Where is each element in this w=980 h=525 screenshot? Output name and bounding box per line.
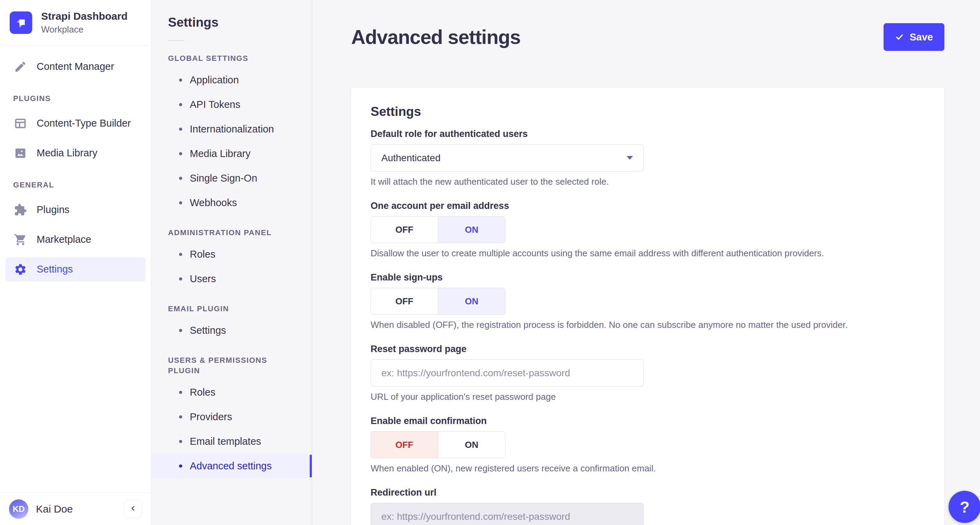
select-value: Authenticated — [381, 153, 441, 164]
subnav-item-email-settings[interactable]: Settings — [151, 318, 312, 343]
sidebar-item-plugins[interactable]: Plugins — [6, 198, 146, 222]
avatar[interactable]: KD — [9, 499, 29, 519]
subnav-item-label: Webhooks — [190, 197, 237, 209]
subnav-item-label: Email templates — [190, 436, 261, 447]
subnav-item-up-roles[interactable]: Roles — [151, 380, 312, 405]
sidebar-item-content-type-builder[interactable]: Content-Type Builder — [6, 112, 146, 136]
enable-email-confirmation-toggle: OFF ON — [371, 431, 505, 458]
collapse-sidebar-button[interactable] — [124, 500, 142, 518]
field-one-account-per-email: One account per email address OFF ON Dis… — [371, 201, 644, 259]
field-hint: Disallow the user to create multiple acc… — [371, 248, 644, 259]
field-enable-email-confirmation: Enable email confirmation OFF ON When en… — [371, 416, 644, 474]
main-content: Advanced settings Save Settings Default … — [312, 0, 980, 525]
card-title: Settings — [371, 104, 925, 119]
subnav-item-label: Providers — [190, 411, 232, 423]
brand-subtitle: Workplace — [41, 24, 127, 35]
content-manager-icon — [13, 59, 28, 74]
field-enable-sign-ups: Enable sign-ups OFF ON When disabled (OF… — [371, 272, 644, 330]
subnav-section-email-plugin: EMAIL PLUGIN — [151, 304, 312, 314]
subnav-section-global-settings: GLOBAL SETTINGS — [151, 53, 312, 64]
workspace-switcher[interactable]: Strapi Dashboard Workplace — [0, 0, 151, 46]
default-role-select[interactable]: Authenticated — [371, 144, 644, 172]
bullet-icon — [179, 464, 182, 468]
redirection-url-input — [371, 503, 644, 525]
main-navigation: Content Manager PLUGINS Content-Type Bui… — [0, 46, 151, 493]
subnav-item-admin-roles[interactable]: Roles — [151, 242, 312, 266]
page-header: Advanced settings Save — [312, 0, 980, 52]
question-mark-icon: ? — [959, 498, 969, 516]
sidebar-item-label: Plugins — [37, 204, 70, 215]
bullet-icon — [179, 415, 182, 418]
subnav-item-application[interactable]: Application — [151, 68, 312, 93]
toggle-on-option[interactable]: ON — [438, 288, 505, 314]
field-hint: URL of your application's reset password… — [371, 391, 644, 402]
page-title: Advanced settings — [351, 26, 520, 48]
bullet-icon — [179, 440, 182, 443]
subnav-section-administration-panel: ADMINISTRATION PANEL — [151, 228, 312, 238]
bullet-icon — [179, 253, 182, 256]
sidebar-item-label: Media Library — [37, 147, 97, 159]
field-hint: When disabled (OFF), the registration pr… — [371, 319, 644, 330]
subnav-item-internationalization[interactable]: Internationalization — [151, 117, 312, 142]
subnav-item-label: API Tokens — [190, 99, 240, 110]
bullet-icon — [179, 128, 182, 131]
settings-card: Settings Default role for authenticated … — [351, 88, 944, 525]
bullet-icon — [179, 329, 182, 332]
field-label: Default role for authenticated users — [371, 129, 644, 139]
field-label: Enable sign-ups — [371, 272, 644, 283]
field-reset-password-page: Reset password page URL of your applicat… — [371, 344, 644, 402]
sidebar-item-label: Content Manager — [37, 61, 114, 72]
settings-gear-icon — [13, 262, 28, 277]
toggle-on-option[interactable]: ON — [438, 217, 505, 243]
field-label: Enable email confirmation — [371, 416, 644, 426]
media-library-icon — [13, 146, 28, 161]
subnav-item-webhooks[interactable]: Webhooks — [151, 191, 312, 215]
plugins-icon — [13, 203, 28, 217]
subnav-item-up-email-templates[interactable]: Email templates — [151, 429, 312, 454]
sidebar-item-marketplace[interactable]: Marketplace — [6, 228, 146, 252]
chevron-left-icon — [129, 504, 137, 513]
sidebar-item-label: Settings — [37, 263, 73, 275]
bullet-icon — [179, 201, 182, 204]
field-label: Redirection url — [371, 487, 644, 498]
field-label: One account per email address — [371, 201, 644, 211]
reset-password-page-input[interactable] — [371, 359, 644, 387]
toggle-off-option[interactable]: OFF — [371, 217, 438, 243]
enable-sign-ups-toggle: OFF ON — [371, 288, 505, 315]
subnav-item-up-advanced-settings[interactable]: Advanced settings — [151, 454, 312, 478]
content-type-builder-icon — [13, 116, 28, 131]
subnav-section-users-permissions-plugin: USERS & PERMISSIONS PLUGIN — [151, 355, 312, 376]
user-block: KD Kai Doe — [0, 493, 151, 525]
check-icon — [895, 32, 904, 41]
brand-title: Strapi Dashboard — [41, 10, 127, 22]
sidebar-item-media-library[interactable]: Media Library — [6, 141, 146, 165]
sidebar-section-general: GENERAL — [6, 180, 146, 190]
subnav-item-api-tokens[interactable]: API Tokens — [151, 93, 312, 117]
bullet-icon — [179, 152, 182, 155]
field-hint: It will attach the new authenticated use… — [371, 176, 644, 187]
brand-text: Strapi Dashboard Workplace — [41, 10, 127, 35]
toggle-off-option[interactable]: OFF — [371, 432, 438, 458]
sidebar-item-settings[interactable]: Settings — [6, 257, 146, 281]
toggle-on-option[interactable]: ON — [438, 432, 505, 458]
subnav-divider — [168, 40, 185, 41]
help-button[interactable]: ? — [948, 491, 980, 523]
subnav-item-admin-users[interactable]: Users — [151, 266, 312, 291]
subnav-item-label: Application — [190, 74, 239, 86]
sidebar-section-plugins: PLUGINS — [6, 94, 146, 103]
bullet-icon — [179, 177, 182, 180]
field-hint: When enabled (ON), new registered users … — [371, 463, 644, 474]
sidebar-item-label: Marketplace — [37, 234, 91, 245]
subnav-item-label: Users — [190, 273, 216, 285]
subnav-item-media-library[interactable]: Media Library — [151, 142, 312, 166]
toggle-off-option[interactable]: OFF — [371, 288, 438, 314]
subnav-item-single-sign-on[interactable]: Single Sign-On — [151, 166, 312, 191]
save-button[interactable]: Save — [883, 23, 944, 51]
subnav-item-up-providers[interactable]: Providers — [151, 405, 312, 429]
one-account-per-email-toggle: OFF ON — [371, 216, 505, 243]
subnav-item-label: Roles — [190, 249, 215, 260]
subnav-item-label: Media Library — [190, 148, 251, 160]
sidebar-item-content-manager[interactable]: Content Manager — [6, 55, 146, 79]
sidebar-item-label: Content-Type Builder — [37, 118, 130, 129]
bullet-icon — [179, 103, 182, 106]
